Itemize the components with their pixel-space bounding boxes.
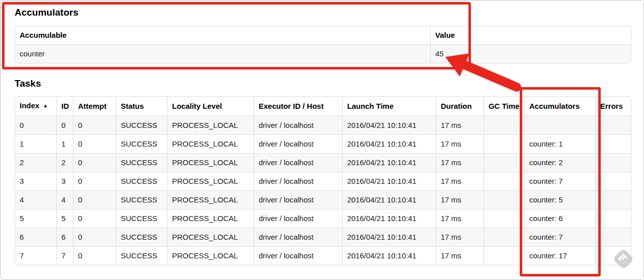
table-row: 770SUCCESSPROCESS_LOCALdriver / localhos… xyxy=(15,246,631,265)
cell-index: 2 xyxy=(15,153,56,172)
cell-accumulators: counter: 7 xyxy=(524,228,595,246)
column-header-attempt[interactable]: Attempt xyxy=(73,97,116,116)
cell-gc-time xyxy=(484,209,524,228)
cell-executor-id-host: driver / localhost xyxy=(254,209,342,228)
cell-id: 1 xyxy=(56,134,73,153)
cell-locality-level: PROCESS_LOCAL xyxy=(167,153,254,172)
cell-errors xyxy=(595,134,631,153)
cell-index: 6 xyxy=(15,228,56,246)
column-header-errors[interactable]: Errors xyxy=(595,97,631,116)
table-row: 660SUCCESSPROCESS_LOCALdriver / localhos… xyxy=(15,228,631,246)
cell-accumulators: counter: 7 xyxy=(524,172,595,190)
cell-launch-time: 2016/04/21 10:10:41 xyxy=(342,116,436,134)
cell-duration: 17 ms xyxy=(436,228,484,246)
cell-id: 7 xyxy=(56,246,73,265)
cell-locality-level: PROCESS_LOCAL xyxy=(167,228,254,246)
cell-attempt: 0 xyxy=(73,190,116,209)
cell-index: 0 xyxy=(15,116,56,134)
cell-index: 1 xyxy=(15,134,56,153)
table-row: counter45 xyxy=(15,44,631,63)
table-row: 550SUCCESSPROCESS_LOCALdriver / localhos… xyxy=(15,209,631,228)
cell-status: SUCCESS xyxy=(116,172,167,190)
cell-errors xyxy=(595,153,631,172)
cell-attempt: 0 xyxy=(73,116,116,134)
cell-gc-time xyxy=(484,246,524,265)
cell-accumulators xyxy=(524,116,595,134)
cell-attempt: 0 xyxy=(73,134,116,153)
column-header-accumulable[interactable]: Accumulable xyxy=(15,26,430,44)
cell-accumulators: counter: 5 xyxy=(524,190,595,209)
cell-gc-time xyxy=(484,153,524,172)
tasks-header-row: Index▲IDAttemptStatusLocality LevelExecu… xyxy=(15,97,631,116)
cell-duration: 17 ms xyxy=(436,134,484,153)
table-row: 440SUCCESSPROCESS_LOCALdriver / localhos… xyxy=(15,190,631,209)
cell-errors xyxy=(595,209,631,228)
accumulators-table: AccumulableValue counter45 xyxy=(15,26,631,63)
cell-status: SUCCESS xyxy=(116,228,167,246)
column-header-index[interactable]: Index▲ xyxy=(15,97,56,116)
cell-duration: 17 ms xyxy=(436,172,484,190)
cell-errors xyxy=(595,116,631,134)
cell-launch-time: 2016/04/21 10:10:41 xyxy=(342,172,436,190)
spark-ui-stage-page: Accumulators AccumulableValue counter45 … xyxy=(0,0,644,280)
cell-duration: 17 ms xyxy=(436,246,484,265)
cell-id: 0 xyxy=(56,116,73,134)
cell-gc-time xyxy=(484,228,524,246)
cell-attempt: 0 xyxy=(73,172,116,190)
cell-attempt: 0 xyxy=(73,246,116,265)
column-header-locality-level[interactable]: Locality Level xyxy=(167,97,254,116)
cell-id: 6 xyxy=(56,228,73,246)
cell-executor-id-host: driver / localhost xyxy=(254,153,342,172)
cell-locality-level: PROCESS_LOCAL xyxy=(167,116,254,134)
column-header-gc-time[interactable]: GC Time xyxy=(484,97,524,116)
accumulators-section-title: Accumulators xyxy=(15,7,630,18)
column-header-launch-time[interactable]: Launch Time xyxy=(342,97,436,116)
cell-id: 3 xyxy=(56,172,73,190)
cell-executor-id-host: driver / localhost xyxy=(254,190,342,209)
cell-accumulators: counter: 1 xyxy=(524,134,595,153)
cell-gc-time xyxy=(484,134,524,153)
cell-attempt: 0 xyxy=(73,209,116,228)
table-row: 330SUCCESSPROCESS_LOCALdriver / localhos… xyxy=(15,172,631,190)
cell-attempt: 0 xyxy=(73,228,116,246)
cell-errors xyxy=(595,228,631,246)
cell-index: 5 xyxy=(15,209,56,228)
accumulators-header-row: AccumulableValue xyxy=(15,26,631,44)
cell-index: 4 xyxy=(15,190,56,209)
column-header-accumulators[interactable]: Accumulators xyxy=(524,97,595,116)
cell-duration: 17 ms xyxy=(436,116,484,134)
column-header-executor-id-host[interactable]: Executor ID / Host xyxy=(254,97,342,116)
cell-executor-id-host: driver / localhost xyxy=(254,172,342,190)
cell-launch-time: 2016/04/21 10:10:41 xyxy=(342,134,436,153)
cell-index: 3 xyxy=(15,172,56,190)
cell-gc-time xyxy=(484,172,524,190)
table-row: 220SUCCESSPROCESS_LOCALdriver / localhos… xyxy=(15,153,631,172)
tasks-table: Index▲IDAttemptStatusLocality LevelExecu… xyxy=(15,96,631,265)
cell-accumulable: counter xyxy=(15,44,430,63)
cell-accumulators: counter: 2 xyxy=(524,153,595,172)
cell-accumulators: counter: 17 xyxy=(524,246,595,265)
cell-launch-time: 2016/04/21 10:10:41 xyxy=(342,228,436,246)
cell-errors xyxy=(595,172,631,190)
cell-status: SUCCESS xyxy=(116,246,167,265)
table-row: 000SUCCESSPROCESS_LOCALdriver / localhos… xyxy=(15,116,631,134)
cell-status: SUCCESS xyxy=(116,190,167,209)
cell-id: 5 xyxy=(56,209,73,228)
cell-duration: 17 ms xyxy=(436,153,484,172)
column-header-status[interactable]: Status xyxy=(116,97,167,116)
sort-ascending-icon: ▲ xyxy=(43,103,48,108)
cell-duration: 17 ms xyxy=(436,209,484,228)
cell-locality-level: PROCESS_LOCAL xyxy=(167,134,254,153)
cell-locality-level: PROCESS_LOCAL xyxy=(167,246,254,265)
column-header-id[interactable]: ID xyxy=(56,97,73,116)
table-row: 110SUCCESSPROCESS_LOCALdriver / localhos… xyxy=(15,134,631,153)
cell-executor-id-host: driver / localhost xyxy=(254,116,342,134)
cell-index: 7 xyxy=(15,246,56,265)
page-content: Accumulators AccumulableValue counter45 … xyxy=(15,7,630,265)
column-header-value[interactable]: Value xyxy=(430,26,631,44)
cell-value: 45 xyxy=(430,44,631,63)
cell-launch-time: 2016/04/21 10:10:41 xyxy=(342,246,436,265)
cell-launch-time: 2016/04/21 10:10:41 xyxy=(342,153,436,172)
column-header-duration[interactable]: Duration xyxy=(436,97,484,116)
tasks-section-title: Tasks xyxy=(15,78,630,89)
